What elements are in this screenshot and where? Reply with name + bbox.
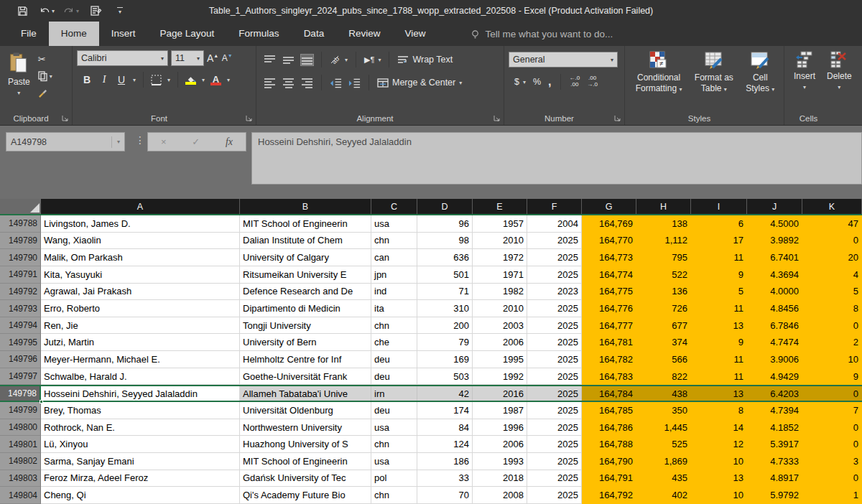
column-header-H[interactable]: H xyxy=(636,199,691,214)
cell-B149791[interactable]: Ritsumeikan University E xyxy=(240,266,371,284)
cell-C149798[interactable]: irn xyxy=(371,386,417,401)
cell-E149789[interactable]: 2010 xyxy=(473,233,527,250)
fill-color-dropdown[interactable]: ▾ xyxy=(202,77,205,83)
cell-D149791[interactable]: 501 xyxy=(417,266,473,284)
row-header-149795[interactable]: 149795 xyxy=(0,334,41,351)
grow-font-button[interactable]: A▲ xyxy=(207,52,218,64)
clipboard-dialog-launcher[interactable] xyxy=(62,115,69,122)
font-size-select[interactable]: 11▾ xyxy=(171,50,204,66)
insert-dropdown[interactable]: ▾ xyxy=(803,84,806,90)
row-header-149789[interactable]: 149789 xyxy=(0,233,41,250)
cell-J149804[interactable]: 5.9792 xyxy=(747,487,802,504)
number-format-select[interactable]: General▾ xyxy=(509,52,618,67)
column-header-B[interactable]: B xyxy=(240,199,371,214)
font-color-dropdown[interactable]: ▾ xyxy=(227,77,230,83)
row-header-149803[interactable]: 149803 xyxy=(0,470,41,487)
cell-K149790[interactable]: 20 xyxy=(802,249,862,266)
cell-E149796[interactable]: 1995 xyxy=(473,351,527,368)
cell-B149800[interactable]: Northwestern University xyxy=(240,419,371,437)
cell-J149803[interactable]: 4.8917 xyxy=(747,470,802,487)
tab-review[interactable]: Review xyxy=(336,22,392,46)
cell-A149791[interactable]: Kita, Yasuyuki xyxy=(41,266,240,284)
cell-A149799[interactable]: Brey, Thomas xyxy=(41,402,240,419)
cell-B149795[interactable]: University of Bern xyxy=(240,334,371,351)
alignment-dialog-launcher[interactable] xyxy=(493,115,501,122)
cancel-button[interactable]: × xyxy=(161,136,167,147)
cell-B149789[interactable]: Dalian Institute of Chem xyxy=(240,233,371,250)
row-header-149804[interactable]: 149804 xyxy=(0,487,41,504)
cell-H149802[interactable]: 1,869 xyxy=(636,453,691,470)
row-header-149800[interactable]: 149800 xyxy=(0,419,41,437)
cell-H149801[interactable]: 525 xyxy=(636,436,691,453)
cell-H149789[interactable]: 1,112 xyxy=(636,233,691,250)
cell-K149803[interactable]: 0 xyxy=(802,470,862,487)
fill-handle[interactable] xyxy=(40,400,43,403)
cell-styles-button[interactable]: CellStyles ▾ xyxy=(742,49,778,111)
row-header-149790[interactable]: 149790 xyxy=(0,249,41,266)
cell-C149804[interactable]: chn xyxy=(371,487,417,504)
font-name-select[interactable]: Calibri▾ xyxy=(77,50,168,66)
cell-J149796[interactable]: 3.9006 xyxy=(747,351,802,368)
align-bottom-icon[interactable] xyxy=(301,55,313,65)
cell-E149800[interactable]: 1996 xyxy=(473,419,527,437)
cell-I149791[interactable]: 9 xyxy=(691,266,747,284)
cell-J149802[interactable]: 4.7333 xyxy=(747,453,802,470)
font-dialog-launcher[interactable] xyxy=(246,115,253,122)
cell-I149792[interactable]: 5 xyxy=(691,284,747,301)
cell-A149797[interactable]: Schwalbe, Harald J. xyxy=(41,368,240,386)
cell-A149793[interactable]: Erro, Roberto xyxy=(41,300,240,317)
conditional-formatting-button[interactable]: ≠ ConditionalFormatting ▾ xyxy=(632,49,686,111)
select-all-corner[interactable] xyxy=(0,199,41,214)
cell-G149799[interactable]: 164,785 xyxy=(582,402,636,419)
cell-F149800[interactable]: 2025 xyxy=(527,419,582,437)
cell-C149790[interactable]: can xyxy=(371,249,417,266)
cell-I149788[interactable]: 6 xyxy=(691,215,747,233)
cell-A149804[interactable]: Cheng, Qi xyxy=(41,487,240,504)
cell-F149788[interactable]: 2004 xyxy=(527,215,582,233)
cell-H149788[interactable]: 138 xyxy=(636,215,691,233)
cell-G149791[interactable]: 164,774 xyxy=(582,266,636,284)
cell-K149794[interactable]: 0 xyxy=(802,317,862,335)
row-header-149796[interactable]: 149796 xyxy=(0,351,41,368)
column-header-C[interactable]: C xyxy=(371,199,417,214)
increase-indent-icon[interactable] xyxy=(348,78,361,88)
format-as-table-button[interactable]: Format asTable ▾ xyxy=(691,49,737,111)
row-header-149798[interactable]: 149798 xyxy=(0,386,41,401)
paste-dropdown[interactable]: ▾ xyxy=(17,90,20,96)
redo-icon[interactable]: ▾ xyxy=(59,1,83,20)
cell-K149800[interactable]: 0 xyxy=(802,419,862,437)
cell-G149798[interactable]: 164,784 xyxy=(582,386,636,401)
cell-E149798[interactable]: 2016 xyxy=(473,386,527,401)
cell-B149794[interactable]: Tongji University xyxy=(240,317,371,335)
customize-form-icon[interactable] xyxy=(83,1,108,20)
cell-I149789[interactable]: 17 xyxy=(691,233,747,250)
cell-A149801[interactable]: Lü, Xinyou xyxy=(41,436,240,453)
cell-B149801[interactable]: Huazhong University of S xyxy=(240,436,371,453)
borders-dropdown[interactable]: ▾ xyxy=(167,77,170,83)
cell-A149788[interactable]: Livingston, James D. xyxy=(41,215,240,233)
cell-E149797[interactable]: 1992 xyxy=(473,368,527,386)
cell-F149796[interactable]: 2025 xyxy=(527,351,582,368)
cell-F149790[interactable]: 2025 xyxy=(527,249,582,266)
cell-C149800[interactable]: usa xyxy=(371,419,417,437)
cell-B149798[interactable]: Allameh Tabataba'i Unive xyxy=(240,386,371,401)
cell-F149802[interactable]: 2025 xyxy=(527,453,582,470)
row-header-149788[interactable]: 149788 xyxy=(0,215,41,233)
cell-G149803[interactable]: 164,791 xyxy=(582,470,636,487)
cell-C149799[interactable]: deu xyxy=(371,402,417,419)
number-dialog-launcher[interactable] xyxy=(614,115,621,122)
cell-H149800[interactable]: 1,445 xyxy=(636,419,691,437)
cell-G149793[interactable]: 164,776 xyxy=(582,300,636,317)
cell-J149797[interactable]: 4.9429 xyxy=(747,368,802,386)
cell-B149802[interactable]: MIT School of Engineerin xyxy=(240,453,371,470)
cell-A149792[interactable]: Agrawal, Jai Prakash xyxy=(41,284,240,301)
tellme-box[interactable]: Tell me what you want to do... xyxy=(471,22,613,46)
cell-E149799[interactable]: 1987 xyxy=(473,402,527,419)
cell-K149793[interactable]: 8 xyxy=(802,300,862,317)
underline-dropdown[interactable]: ▾ xyxy=(133,77,136,83)
cut-button[interactable]: ✂ xyxy=(37,52,54,66)
merge-center-dropdown[interactable]: ▾ xyxy=(459,80,462,86)
cell-G149790[interactable]: 164,773 xyxy=(582,249,636,266)
cell-H149790[interactable]: 795 xyxy=(636,249,691,266)
row-header-149791[interactable]: 149791 xyxy=(0,266,41,284)
